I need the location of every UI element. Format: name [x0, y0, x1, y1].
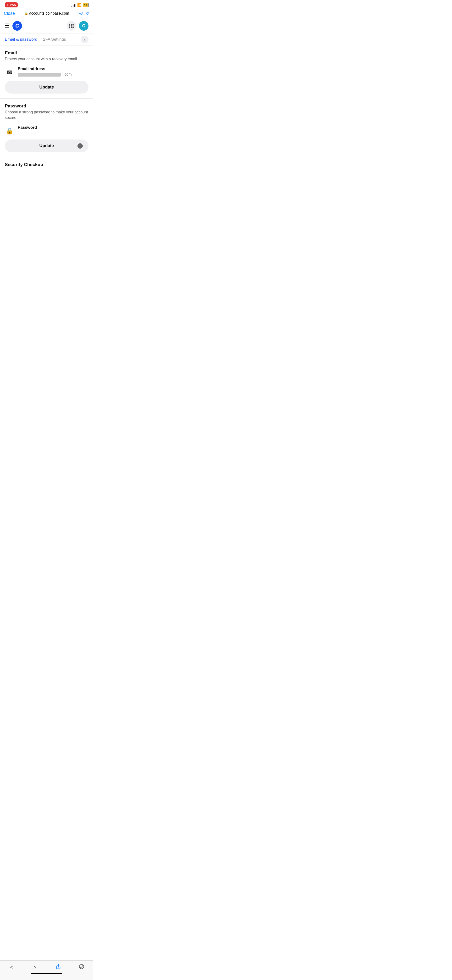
dot-3: [73, 24, 74, 25]
tab-2fa-settings[interactable]: 2FA Settings: [43, 34, 66, 45]
email-section: Email Protect your account with a recove…: [0, 45, 93, 99]
tab-email-password[interactable]: Email & password: [5, 34, 37, 45]
security-checkup-section: Security Checkup: [0, 157, 93, 172]
email-field-label: Email address: [18, 67, 89, 71]
email-update-button[interactable]: Update: [5, 81, 89, 94]
password-field-row: 🔒 Password: [5, 125, 89, 136]
browser-url-area: 🔒 accounts.coinbase.com: [17, 11, 76, 16]
app-header: ☰ C C: [0, 18, 93, 34]
tabs-more-button[interactable]: ›: [81, 36, 89, 43]
signal-bar-2: [73, 5, 73, 7]
browser-aa-button[interactable]: AA: [79, 11, 84, 16]
status-bar: 13:55 📶 18: [0, 0, 93, 9]
main-content: Email Protect your account with a recove…: [0, 45, 93, 172]
tabs-bar: Email & password 2FA Settings ›: [0, 34, 93, 45]
dot-1: [69, 24, 70, 25]
dot-2: [71, 24, 72, 25]
signal-bar-3: [74, 4, 75, 7]
dot-4: [69, 25, 70, 27]
loading-spinner: [78, 143, 83, 149]
status-time: 13:55: [5, 2, 18, 7]
chevron-right-icon: ›: [84, 37, 85, 41]
email-section-description: Protect your account with a recovery ema…: [5, 56, 89, 62]
header-left: ☰ C: [5, 21, 22, 30]
email-suffix: il.com: [62, 72, 72, 76]
email-redacted-block: [18, 73, 61, 76]
grid-menu-button[interactable]: [67, 21, 76, 30]
browser-close-button[interactable]: Close: [4, 11, 15, 16]
password-section: Password Choose a strong password to mak…: [0, 99, 93, 157]
signal-bars: [71, 3, 76, 7]
dot-5: [71, 25, 72, 27]
signal-bar-1: [71, 6, 72, 7]
email-field-content: Email address il.com: [18, 67, 89, 76]
browser-refresh-button[interactable]: ↻: [86, 11, 89, 16]
email-field-value: il.com: [18, 72, 89, 76]
lock-field-icon: 🔒: [5, 126, 14, 136]
grid-dots-icon: [69, 24, 74, 28]
email-icon: ✉: [5, 67, 14, 77]
email-section-title: Email: [5, 50, 89, 56]
browser-bar: Close 🔒 accounts.coinbase.com AA ↻: [0, 9, 93, 18]
signal-bar-4: [75, 3, 76, 7]
password-field-label: Password: [18, 125, 89, 130]
dot-7: [69, 27, 70, 28]
email-field-row: ✉ Email address il.com: [5, 67, 89, 77]
browser-url: accounts.coinbase.com: [29, 11, 69, 16]
dot-9: [73, 27, 74, 28]
user-initial: C: [82, 24, 86, 29]
lock-icon: 🔒: [24, 12, 28, 15]
header-right: C: [67, 21, 89, 30]
password-section-description: Choose a strong password to make your ac…: [5, 110, 89, 120]
coinbase-logo[interactable]: C: [13, 21, 22, 30]
security-checkup-title: Security Checkup: [5, 162, 89, 167]
battery-icon: 18: [83, 3, 89, 7]
wifi-icon: 📶: [77, 3, 81, 7]
dot-8: [71, 27, 72, 28]
status-right: 📶 18: [71, 3, 89, 7]
password-field-content: Password: [18, 125, 89, 131]
password-section-title: Password: [5, 103, 89, 109]
user-avatar[interactable]: C: [79, 21, 89, 30]
hamburger-menu-button[interactable]: ☰: [5, 23, 10, 29]
coinbase-c-letter: C: [15, 23, 19, 29]
dot-6: [73, 25, 74, 27]
password-update-button[interactable]: Update: [5, 140, 89, 152]
